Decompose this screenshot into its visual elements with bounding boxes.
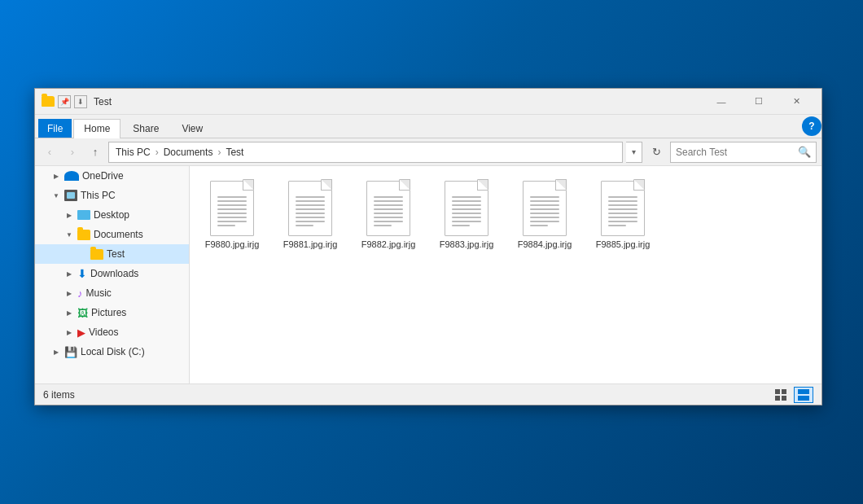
expand-arrow-downloads: ▶	[64, 269, 74, 278]
back-button[interactable]: ‹	[40, 142, 59, 162]
window-controls: — ☐ ✕	[703, 89, 815, 115]
expand-arrow-localdisk: ▶	[51, 347, 61, 357]
path-part-documents[interactable]: Documents	[164, 147, 213, 158]
pictures-icon: 🖼	[77, 307, 88, 319]
sidebar-label-downloads: Downloads	[90, 268, 138, 279]
expand-arrow-desktop: ▶	[64, 210, 74, 220]
tab-file[interactable]: File	[38, 119, 72, 138]
sidebar-item-downloads[interactable]: ▶ ⬇ Downloads	[35, 264, 189, 283]
tab-share[interactable]: Share	[122, 119, 169, 138]
svg-rect-2	[775, 396, 780, 401]
sidebar: ▶ OneDrive ▼ This PC ▶ Desktop ▼ Documen…	[35, 166, 190, 383]
file-icon	[598, 179, 647, 236]
tab-view[interactable]: View	[171, 119, 213, 138]
address-bar: ‹ › ↑ This PC › Documents › Test ▾ ↻ 🔍	[35, 138, 821, 166]
sidebar-label-desktop: Desktop	[94, 209, 129, 221]
status-right	[771, 387, 813, 403]
up-button[interactable]: ↑	[85, 142, 105, 162]
expand-arrow-documents: ▼	[64, 230, 74, 239]
videos-icon: ▶	[77, 327, 85, 339]
sidebar-item-test[interactable]: Test	[35, 244, 189, 264]
tab-home[interactable]: Home	[73, 119, 120, 138]
close-button[interactable]: ✕	[778, 89, 815, 115]
sidebar-label-test: Test	[107, 248, 125, 260]
title-pin-icon[interactable]: 📌	[58, 95, 71, 108]
refresh-button[interactable]: ↻	[646, 142, 667, 163]
pc-icon	[64, 190, 77, 201]
title-pin2-icon[interactable]: ⬇	[74, 95, 87, 108]
search-input[interactable]	[676, 147, 798, 158]
ribbon: File Home Share View ?	[35, 115, 821, 138]
minimize-button[interactable]: —	[703, 89, 740, 115]
svg-rect-0	[775, 389, 780, 394]
help-button[interactable]: ?	[802, 116, 821, 136]
view-large-button[interactable]	[794, 387, 813, 403]
sidebar-item-documents[interactable]: ▼ Documents	[35, 225, 189, 244]
svg-rect-4	[798, 389, 809, 394]
grid-view-icon	[774, 388, 787, 401]
path-part-thispc[interactable]: This PC	[116, 147, 151, 158]
file-name: F9885.jpg.irjg	[596, 239, 651, 250]
status-bar: 6 items	[35, 383, 821, 405]
file-item[interactable]: F9883.jpg.irjg	[434, 176, 499, 253]
maximize-button[interactable]: ☐	[740, 89, 778, 115]
music-icon: ♪	[77, 287, 83, 300]
sidebar-label-music: Music	[86, 287, 112, 299]
large-view-icon	[797, 388, 810, 401]
address-dropdown-button[interactable]: ▾	[626, 142, 642, 163]
file-name: F9884.jpg.irjg	[518, 239, 572, 250]
file-area: F9880.jpg.irjgF9881.jpg.irjgF9882.jpg.ir…	[190, 166, 821, 383]
path-part-test[interactable]: Test	[226, 147, 243, 158]
search-box: 🔍	[670, 142, 817, 163]
view-grid-button[interactable]	[771, 387, 791, 403]
sidebar-label-videos: Videos	[89, 327, 118, 338]
file-item[interactable]: F9881.jpg.irjg	[278, 176, 343, 253]
expand-arrow-music: ▶	[64, 288, 74, 298]
svg-rect-5	[798, 396, 809, 401]
file-item[interactable]: F9880.jpg.irjg	[199, 176, 265, 253]
file-name: F9883.jpg.irjg	[440, 239, 494, 250]
sidebar-item-onedrive[interactable]: ▶ OneDrive	[35, 166, 189, 186]
ribbon-tabs-row: File Home Share View ?	[35, 115, 821, 138]
sidebar-label-pictures: Pictures	[91, 307, 126, 318]
explorer-window: 📌 ⬇ Test — ☐ ✕ File Home Share View ? ‹ …	[34, 88, 822, 405]
ribbon-tabs: File Home Share View	[35, 115, 217, 138]
sidebar-item-thispc[interactable]: ▼ This PC	[35, 186, 189, 205]
svg-rect-1	[782, 389, 786, 394]
desktop-icon	[77, 210, 90, 220]
sidebar-label-documents: Documents	[94, 229, 143, 240]
file-icon	[364, 179, 413, 236]
file-item[interactable]: F9884.jpg.irjg	[512, 176, 577, 253]
expand-arrow-videos: ▶	[64, 327, 74, 337]
sidebar-label-localdisk: Local Disk (C:)	[81, 346, 145, 357]
sidebar-item-music[interactable]: ▶ ♪ Music	[35, 283, 189, 303]
sidebar-item-videos[interactable]: ▶ ▶ Videos	[35, 322, 189, 342]
sidebar-label-thispc: This PC	[81, 190, 116, 201]
sidebar-item-pictures[interactable]: ▶ 🖼 Pictures	[35, 303, 189, 322]
file-name: F9880.jpg.irjg	[205, 239, 260, 250]
forward-button[interactable]: ›	[63, 142, 82, 162]
documents-folder-icon	[77, 230, 90, 240]
expand-arrow-test	[77, 249, 87, 259]
expand-arrow-onedrive: ▶	[51, 171, 61, 181]
file-item[interactable]: F9882.jpg.irjg	[356, 176, 421, 253]
disk-icon: 💾	[64, 346, 77, 358]
title-bar-icons: 📌 ⬇	[42, 95, 87, 108]
sidebar-item-desktop[interactable]: ▶ Desktop	[35, 205, 189, 225]
sidebar-item-localdisk[interactable]: ▶ 💾 Local Disk (C:)	[35, 342, 189, 362]
svg-rect-3	[782, 396, 786, 401]
title-bar: 📌 ⬇ Test — ☐ ✕	[35, 89, 821, 115]
main-content: ▶ OneDrive ▼ This PC ▶ Desktop ▼ Documen…	[35, 166, 821, 383]
file-name: F9881.jpg.irjg	[283, 239, 338, 250]
file-item[interactable]: F9885.jpg.irjg	[590, 176, 655, 253]
file-icon	[520, 179, 569, 236]
file-name: F9882.jpg.irjg	[361, 239, 416, 250]
file-icon	[286, 179, 335, 236]
test-folder-icon	[90, 249, 103, 260]
item-count: 6 items	[43, 389, 75, 401]
path-sep-1: ›	[156, 147, 159, 158]
search-icon[interactable]: 🔍	[798, 146, 811, 158]
address-path[interactable]: This PC › Documents › Test	[108, 142, 623, 163]
title-folder-icon	[42, 96, 55, 107]
onedrive-icon	[64, 171, 79, 181]
